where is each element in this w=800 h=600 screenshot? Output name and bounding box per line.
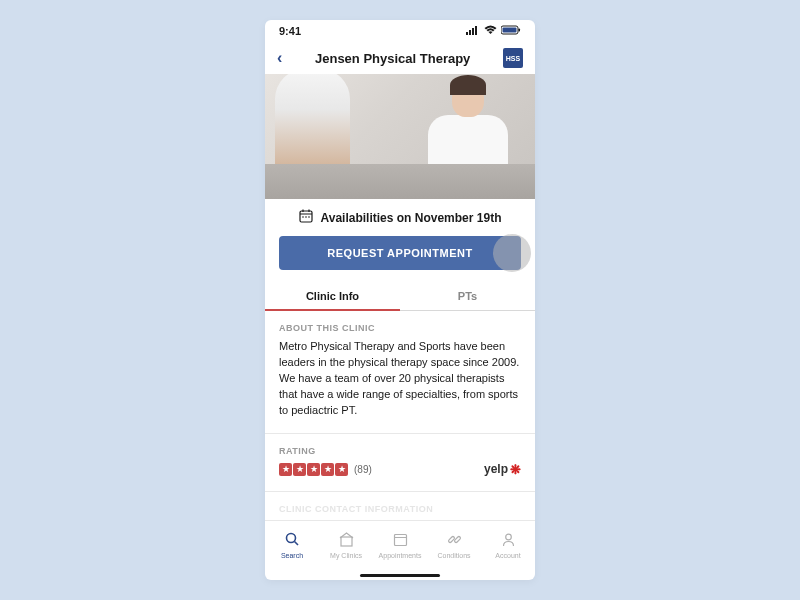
- clinic-icon: [339, 532, 354, 550]
- svg-rect-16: [341, 537, 352, 546]
- divider: [265, 433, 535, 434]
- content-tabs: Clinic Info PTs: [265, 282, 535, 311]
- svg-rect-19: [447, 536, 454, 543]
- svg-rect-6: [519, 29, 521, 32]
- status-icons: [466, 25, 521, 37]
- divider: [265, 491, 535, 492]
- svg-point-11: [302, 216, 304, 218]
- tabbar-conditions[interactable]: Conditions: [427, 521, 481, 570]
- svg-point-13: [308, 216, 310, 218]
- svg-rect-20: [453, 536, 460, 543]
- phone-frame: 9:41 ‹ Jensen Physical Therapy HSS: [265, 20, 535, 580]
- svg-rect-2: [472, 28, 474, 35]
- svg-point-14: [286, 534, 295, 543]
- bottom-tabbar: Search My Clinics Appointments Condition…: [265, 520, 535, 570]
- tabbar-account[interactable]: Account: [481, 521, 535, 570]
- svg-rect-1: [469, 30, 471, 35]
- home-indicator[interactable]: [265, 570, 535, 580]
- svg-point-12: [305, 216, 307, 218]
- availability-row: Availabilities on November 19th: [265, 199, 535, 236]
- tabbar-search[interactable]: Search: [265, 521, 319, 570]
- svg-rect-3: [475, 26, 477, 35]
- svg-line-15: [294, 542, 298, 546]
- nav-bar: ‹ Jensen Physical Therapy HSS: [265, 42, 535, 74]
- battery-icon: [501, 25, 521, 37]
- page-title: Jensen Physical Therapy: [315, 51, 470, 66]
- request-appointment-button[interactable]: REQUEST APPOINTMENT: [279, 236, 521, 270]
- svg-point-21: [505, 534, 511, 540]
- signal-icon: [466, 25, 480, 37]
- touch-indicator: [493, 234, 531, 272]
- conditions-icon: [447, 532, 462, 550]
- rating-heading: RATING: [279, 446, 521, 456]
- status-time: 9:41: [279, 25, 301, 37]
- content-scroll[interactable]: ABOUT THIS CLINIC Metro Physical Therapy…: [265, 311, 535, 520]
- tabbar-appointments[interactable]: Appointments: [373, 521, 427, 570]
- availability-text: Availabilities on November 19th: [321, 211, 502, 225]
- calendar-icon: [299, 209, 313, 226]
- yelp-logo[interactable]: yelp ❋: [484, 462, 521, 477]
- tab-pts[interactable]: PTs: [400, 282, 535, 310]
- account-icon: [501, 532, 516, 550]
- contact-heading: CLINIC CONTACT INFORMATION: [279, 504, 521, 514]
- yelp-burst-icon: ❋: [510, 462, 521, 477]
- tabbar-my-clinics[interactable]: My Clinics: [319, 521, 373, 570]
- about-body: Metro Physical Therapy and Sports have b…: [279, 339, 521, 419]
- svg-rect-5: [503, 28, 517, 33]
- stars-wrap: ★★★★★ (89): [279, 463, 372, 476]
- tab-clinic-info[interactable]: Clinic Info: [265, 282, 400, 310]
- appointments-icon: [393, 532, 408, 550]
- svg-rect-17: [394, 535, 406, 546]
- search-icon: [285, 532, 300, 550]
- stars-icon: ★★★★★: [279, 463, 348, 476]
- svg-rect-0: [466, 32, 468, 35]
- brand-badge[interactable]: HSS: [503, 48, 523, 68]
- rating-count: (89): [354, 464, 372, 475]
- wifi-icon: [484, 25, 497, 37]
- rating-row: ★★★★★ (89) yelp ❋: [279, 462, 521, 477]
- about-heading: ABOUT THIS CLINIC: [279, 323, 521, 333]
- hero-image: [265, 74, 535, 199]
- status-bar: 9:41: [265, 20, 535, 42]
- back-button[interactable]: ‹: [277, 49, 282, 67]
